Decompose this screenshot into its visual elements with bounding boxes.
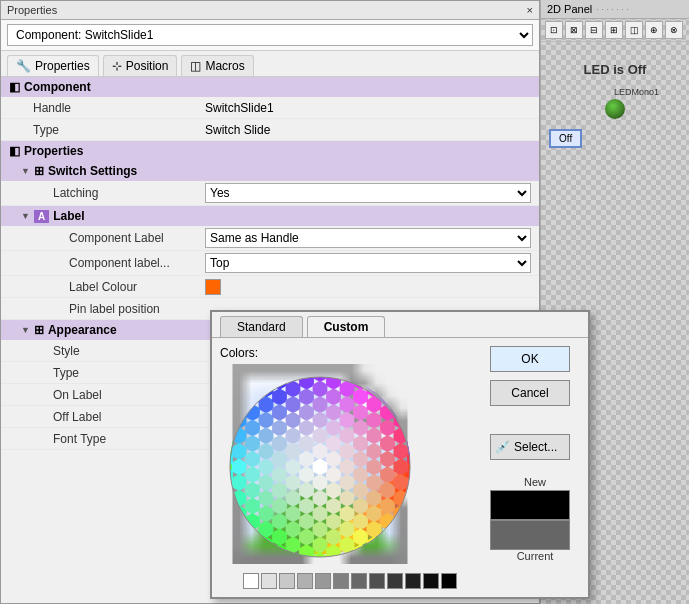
component-section-icon: ◧: [9, 80, 20, 94]
appearance-expand-icon: ▼: [21, 325, 30, 335]
tab-bar: 🔧 Properties ⊹ Position ◫ Macros: [1, 51, 539, 77]
style-label: Style: [1, 342, 201, 360]
component-label-pos-label: Component label...: [1, 254, 201, 272]
tb-btn-7[interactable]: ⊗: [665, 21, 683, 39]
gray-swatch-10[interactable]: [423, 573, 439, 589]
switch-component: Off: [549, 129, 582, 148]
gray-swatch-7[interactable]: [369, 573, 385, 589]
panel-2d-title: 2D Panel · · · · · · ·: [541, 0, 689, 19]
component-label-label: Component Label: [1, 229, 201, 247]
component-label-pos-value: Top: [201, 251, 539, 275]
label-section-header: ▼ A Label: [1, 206, 539, 226]
switch-settings-header: ▼ ⊞ Switch Settings: [1, 161, 539, 181]
tb-btn-5[interactable]: ◫: [625, 21, 643, 39]
on-label-label: On Label: [1, 386, 201, 404]
gray-swatch-black[interactable]: [441, 573, 457, 589]
properties-section-icon: ◧: [9, 144, 20, 158]
component-label-pos-row: Component label... Top: [1, 251, 539, 276]
close-button[interactable]: ×: [527, 4, 533, 16]
macros-icon: ◫: [190, 59, 201, 73]
gray-swatch-white[interactable]: [243, 573, 259, 589]
pin-label-pos-label: Pin label position: [1, 300, 201, 318]
component-label-value: Same as Handle: [201, 226, 539, 250]
tab-properties[interactable]: 🔧 Properties: [7, 55, 99, 76]
titlebar: Properties ×: [1, 1, 539, 20]
gray-swatch-1[interactable]: [261, 573, 277, 589]
label-colour-label: Label Colour: [1, 278, 201, 296]
expand-icon: ▼: [21, 166, 30, 176]
dialog-tab-bar: Standard Custom: [212, 312, 588, 338]
tab-macros[interactable]: ◫ Macros: [181, 55, 253, 76]
appearance-section-icon: ⊞: [34, 323, 44, 337]
current-label: Current: [490, 550, 580, 562]
handle-label: Handle: [1, 99, 201, 117]
component-section-header: ◧ Component: [1, 77, 539, 97]
cancel-button[interactable]: Cancel: [490, 380, 570, 406]
label-colour-value[interactable]: [201, 277, 539, 297]
grayscale-row: [220, 573, 480, 589]
ok-button[interactable]: OK: [490, 346, 570, 372]
arrows-icon: ⊹: [112, 59, 122, 73]
led-circle: [605, 99, 625, 119]
tb-btn-4[interactable]: ⊞: [605, 21, 623, 39]
component-selector: Component: SwitchSlide1: [1, 20, 539, 51]
switch-settings-icon: ⊞: [34, 164, 44, 178]
new-label: New: [490, 476, 580, 488]
panel-2d-toolbar: ⊡ ⊠ ⊟ ⊞ ◫ ⊕ ⊗: [541, 19, 689, 42]
gray-swatch-4[interactable]: [315, 573, 331, 589]
latching-value: Yes No: [201, 181, 539, 205]
label-colour-row: Label Colour: [1, 276, 539, 298]
latching-label: Latching: [1, 184, 201, 202]
ledmono-label: LEDMono1: [541, 82, 689, 97]
current-color-swatch: [490, 520, 570, 550]
gray-swatch-3[interactable]: [297, 573, 313, 589]
wrench-icon: 🔧: [16, 59, 31, 73]
switch-area: Off: [545, 129, 685, 148]
color-dialog: Standard Custom Colors:: [210, 310, 590, 599]
dialog-tab-standard[interactable]: Standard: [220, 316, 303, 337]
tb-btn-2[interactable]: ⊠: [565, 21, 583, 39]
gray-swatch-9[interactable]: [405, 573, 421, 589]
gray-swatch-5[interactable]: [333, 573, 349, 589]
gray-swatch-8[interactable]: [387, 573, 403, 589]
select-button[interactable]: 💉 Select...: [490, 434, 570, 460]
new-current-area: New Current: [490, 476, 580, 564]
gray-swatch-6[interactable]: [351, 573, 367, 589]
panel-2d-dots: · · · · · · ·: [596, 4, 629, 14]
label-section-icon: A: [34, 210, 49, 223]
component-label-pos-dropdown[interactable]: Top: [205, 253, 531, 273]
type-value: Switch Slide: [201, 121, 539, 139]
component-label-dropdown[interactable]: Same as Handle: [205, 228, 531, 248]
hex-grid-container[interactable]: [220, 367, 420, 567]
panel-title: Properties: [7, 4, 57, 16]
label-expand-icon: ▼: [21, 211, 30, 221]
handle-row: Handle SwitchSlide1: [1, 97, 539, 119]
properties-section-header: ◧ Properties: [1, 141, 539, 161]
color-wheel-canvas[interactable]: [220, 367, 420, 567]
appearance-type-label: Type: [1, 364, 201, 382]
latching-row: Latching Yes No: [1, 181, 539, 206]
tab-position[interactable]: ⊹ Position: [103, 55, 178, 76]
tb-btn-1[interactable]: ⊡: [545, 21, 563, 39]
dialog-right: OK Cancel 💉 Select... New Current: [490, 346, 580, 589]
latching-dropdown[interactable]: Yes No: [205, 183, 531, 203]
font-type-label: Font Type: [1, 430, 201, 448]
select-area: 💉 Select...: [490, 434, 580, 460]
label-colour-swatch[interactable]: [205, 279, 221, 295]
type-label: Type: [1, 121, 201, 139]
dialog-body: Colors:: [212, 338, 588, 597]
gray-swatch-2[interactable]: [279, 573, 295, 589]
component-dropdown[interactable]: Component: SwitchSlide1: [7, 24, 533, 46]
color-wheel-area: Colors:: [220, 346, 480, 589]
type-row: Type Switch Slide: [1, 119, 539, 141]
new-color-swatch: [490, 490, 570, 520]
tb-btn-6[interactable]: ⊕: [645, 21, 663, 39]
handle-value: SwitchSlide1: [201, 99, 539, 117]
colors-label: Colors:: [220, 346, 480, 360]
dialog-tab-custom[interactable]: Custom: [307, 316, 386, 337]
led-off-text: LED is Off: [541, 42, 689, 82]
tb-btn-3[interactable]: ⊟: [585, 21, 603, 39]
off-label-label: Off Label: [1, 408, 201, 426]
component-label-row: Component Label Same as Handle: [1, 226, 539, 251]
eyedropper-icon: 💉: [495, 440, 510, 454]
